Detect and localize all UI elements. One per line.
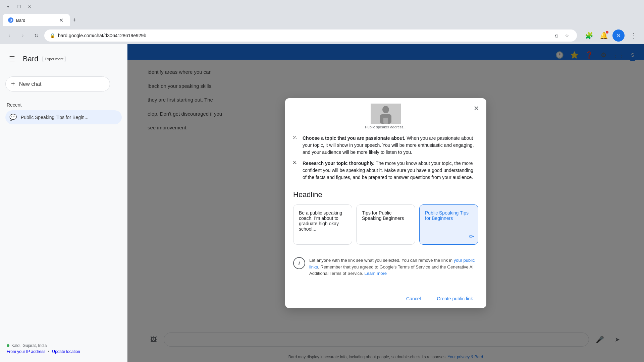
share-icon[interactable]: ⎗ bbox=[551, 31, 561, 40]
update-location-link[interactable]: Update location bbox=[52, 349, 80, 354]
plus-icon: + bbox=[11, 80, 15, 88]
card-1-text: Be a public speaking coach. I'm about to… bbox=[299, 210, 342, 232]
headline-section: Headline Be a public speaking coach. I'm… bbox=[293, 185, 478, 253]
browser-tab[interactable]: B Bard ✕ bbox=[3, 14, 70, 26]
experiment-badge: Experiment bbox=[42, 56, 66, 62]
learn-more-link[interactable]: Learn more bbox=[365, 271, 387, 276]
list-content-3: Research your topic thoroughly. The more… bbox=[303, 160, 478, 181]
share-modal: ✕ bbox=[285, 98, 486, 308]
headline-card-2[interactable]: Tips for Public Speaking Beginners bbox=[356, 204, 415, 245]
new-chat-label: New chat bbox=[19, 81, 42, 87]
new-tab-btn[interactable]: + bbox=[70, 15, 79, 25]
new-chat-btn[interactable]: + New chat bbox=[5, 76, 110, 92]
svg-rect-3 bbox=[383, 118, 388, 124]
info-text: Let anyone with the link see what you se… bbox=[309, 257, 478, 277]
modal-footer: Cancel Create public link bbox=[285, 289, 486, 308]
recent-item-label: Public Speaking Tips for Begin... bbox=[21, 115, 89, 120]
profile-icon[interactable]: S bbox=[612, 29, 625, 42]
sidebar-menu-btn[interactable]: ☰ bbox=[5, 52, 19, 66]
list-item-2: 2. Choose a topic that you are passionat… bbox=[293, 135, 478, 156]
recent-label: Recent bbox=[5, 100, 122, 110]
forward-btn[interactable]: › bbox=[17, 30, 28, 41]
location-text: Kalol, Gujarat, India bbox=[11, 343, 47, 348]
preview-image bbox=[371, 104, 401, 124]
bookmark-icon[interactable]: ☆ bbox=[562, 31, 572, 40]
info-text-mid: . Remember that you agreed to Google's T… bbox=[309, 264, 474, 276]
modal-content: Public speaker address... 2. Choose a to… bbox=[285, 98, 486, 289]
list-number-3: 3. bbox=[293, 160, 300, 181]
close-icon: ✕ bbox=[474, 104, 479, 112]
avatar[interactable]: S bbox=[612, 29, 625, 42]
url-bar[interactable]: 🔒 bard.google.com/chat/d3064128619e929b … bbox=[44, 29, 577, 42]
modal-overlay: ✕ bbox=[127, 44, 644, 362]
preview-caption: Public speaker address... bbox=[365, 125, 407, 129]
svg-point-1 bbox=[382, 106, 389, 113]
headline-cards: Be a public speaking coach. I'm about to… bbox=[293, 204, 478, 245]
info-icon: i bbox=[293, 257, 305, 269]
from-ip-link[interactable]: From your IP address bbox=[7, 349, 45, 354]
modal-close-btn[interactable]: ✕ bbox=[470, 102, 482, 114]
create-public-link-btn[interactable]: Create public link bbox=[432, 293, 478, 304]
info-text-prefix: Let anyone with the link see what you se… bbox=[309, 258, 454, 263]
location-dot bbox=[7, 344, 9, 347]
sidebar-item-public-speaking[interactable]: 💬 Public Speaking Tips for Begin... bbox=[5, 110, 122, 124]
info-section: i Let anyone with the link see what you … bbox=[293, 253, 478, 281]
avatar-label: S bbox=[617, 33, 620, 38]
list-number-2: 2. bbox=[293, 135, 300, 156]
headline-card-3[interactable]: Public Speaking Tips for Beginners ✏ bbox=[419, 204, 478, 245]
cancel-btn[interactable]: Cancel bbox=[401, 293, 426, 304]
headline-title: Headline bbox=[293, 190, 478, 199]
notifications-icon[interactable]: 🔔 bbox=[597, 29, 610, 42]
back-btn[interactable]: ‹ bbox=[4, 30, 15, 41]
window-close-btn[interactable]: ✕ bbox=[25, 3, 34, 11]
tab-title: Bard bbox=[16, 18, 25, 23]
url-text: bard.google.com/chat/d3064128619e929b bbox=[58, 33, 146, 38]
app-title: Bard bbox=[23, 55, 38, 63]
menu-icon[interactable]: ⋮ bbox=[627, 29, 640, 42]
preview-section: Public speaker address... bbox=[293, 98, 478, 132]
tab-favicon: B bbox=[8, 17, 13, 23]
footer-sep: • bbox=[48, 349, 49, 354]
location-info: Kalol, Gujarat, India bbox=[7, 343, 120, 348]
list-item-2-label: Choose a topic that you are passionate a… bbox=[303, 135, 406, 141]
refresh-btn[interactable]: ↻ bbox=[31, 30, 42, 41]
extensions-icon[interactable]: 🧩 bbox=[582, 29, 596, 42]
headline-card-1[interactable]: Be a public speaking coach. I'm about to… bbox=[293, 204, 352, 245]
window-minimize-btn[interactable]: ▾ bbox=[4, 3, 12, 11]
list-item-3: 3. Research your topic thoroughly. The m… bbox=[293, 160, 478, 181]
window-maximize-btn[interactable]: ❐ bbox=[15, 3, 23, 11]
card-2-text: Tips for Public Speaking Beginners bbox=[362, 210, 404, 221]
tab-close-btn[interactable]: ✕ bbox=[58, 17, 64, 23]
edit-icon: ✏ bbox=[469, 233, 474, 240]
list-content-2: Choose a topic that you are passionate a… bbox=[303, 135, 478, 156]
lock-icon: 🔒 bbox=[50, 33, 55, 38]
card-3-text: Public Speaking Tips for Beginners bbox=[425, 210, 469, 221]
chat-icon: 💬 bbox=[9, 114, 17, 121]
list-item-3-label: Research your topic thoroughly. bbox=[303, 161, 374, 166]
